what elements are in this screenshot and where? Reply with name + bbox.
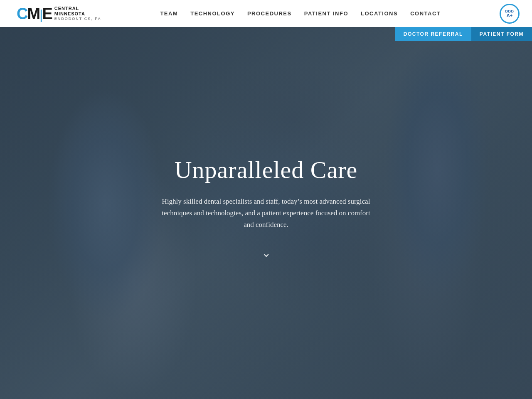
hero-scroll-down[interactable]: ⌄ <box>141 247 391 259</box>
nav-item-technology[interactable]: TECHNOLOGY <box>190 10 235 17</box>
logo-text: CENTRAL MINNESOTA ENDODONTICS, PA <box>54 6 101 21</box>
patient-form-button[interactable]: PATIENT FORM <box>471 27 532 41</box>
logo[interactable]: CM|E CENTRAL MINNESOTA ENDODONTICS, PA <box>17 6 101 22</box>
logo-area[interactable]: CM|E CENTRAL MINNESOTA ENDODONTICS, PA <box>17 6 101 22</box>
hero-section: Unparalleled Care Highly skilled dental … <box>0 0 532 399</box>
nav-item-team[interactable]: TEAM <box>160 10 178 17</box>
logo-line1: CENTRAL <box>54 6 101 11</box>
logo-line2: MINNESOTA <box>54 11 101 17</box>
bbb-badge[interactable]: BBB A+ <box>500 4 520 24</box>
hero-content: Unparalleled Care Highly skilled dental … <box>141 157 391 259</box>
site-header: CM|E CENTRAL MINNESOTA ENDODONTICS, PA T… <box>0 0 532 27</box>
nav-item-procedures[interactable]: PROCEDURES <box>247 10 292 17</box>
hero-title: Unparalleled Care <box>141 157 391 183</box>
bbb-rating: A+ <box>507 13 512 18</box>
nav-item-locations[interactable]: LOCATIONS <box>361 10 398 17</box>
nav-item-contact[interactable]: CONTACT <box>410 10 441 17</box>
chevron-down-icon: ⌄ <box>261 247 271 259</box>
logo-letters: CM|E <box>17 6 52 22</box>
doctor-referral-button[interactable]: DOCTOR REFERRAL <box>395 27 471 41</box>
bbb-inner: BBB A+ <box>505 10 514 18</box>
nav-item-patient-info[interactable]: PATIENT INFO <box>304 10 348 17</box>
main-nav: TEAM TECHNOLOGY PROCEDURES PATIENT INFO … <box>160 10 441 17</box>
hero-subtitle: Highly skilled dental specialists and st… <box>158 196 374 231</box>
logo-line3: ENDODONTICS, PA <box>54 17 101 21</box>
sub-header-bar: DOCTOR REFERRAL PATIENT FORM <box>395 27 532 41</box>
